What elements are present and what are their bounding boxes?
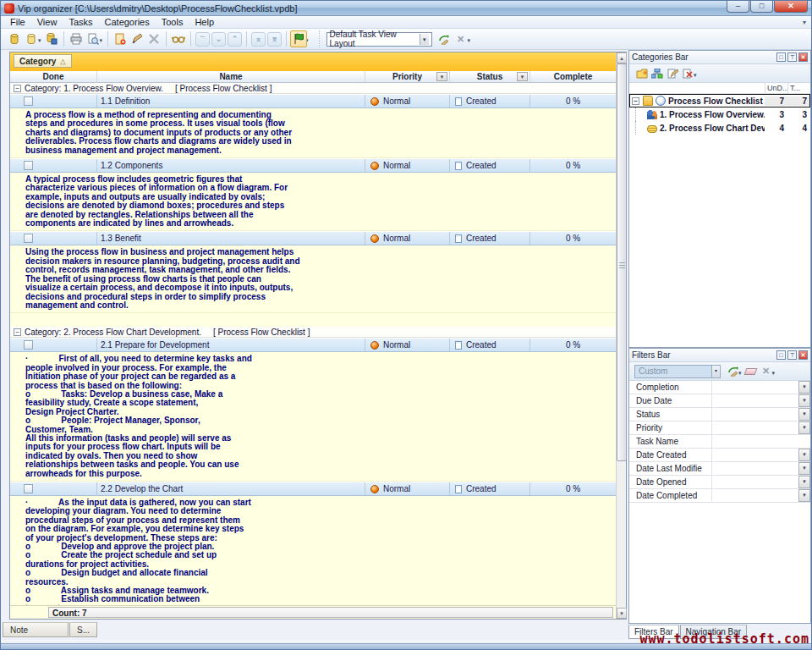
panel-pin-icon[interactable]: ⊤ [787,52,797,62]
task-row[interactable]: 1.2 Components Normal Created 0 % [10,158,616,173]
move-down-icon[interactable]: ⌄ [211,32,226,47]
collapse-icon[interactable]: − [632,97,639,105]
task-row[interactable]: 1.3 Benefit Normal Created 0 % [10,231,616,245]
filter-row[interactable]: Priority ▼ [629,421,810,435]
filter-row[interactable]: Completion ▼ [629,381,810,394]
panel-restore-icon[interactable]: □ [776,52,786,62]
panel-close-icon[interactable]: ✕ [798,350,808,360]
edit-category-icon[interactable] [665,66,680,81]
column-header-name[interactable]: Name [97,71,365,82]
group-by-category-button[interactable]: Category△ [14,54,72,68]
done-checkbox[interactable] [24,96,33,106]
new-subcategory-icon[interactable] [650,66,665,81]
filter-row[interactable]: Date Opened ▼ [629,476,810,489]
filter-row[interactable]: Date Completed ▼ [629,489,810,503]
category-tree-row[interactable]: − Process Flow Checklist 7 7 [629,94,810,107]
highlight-flag-icon[interactable] [290,30,307,47]
view-tasks-icon[interactable] [170,30,187,47]
done-checkbox[interactable] [24,234,33,243]
save-layout-icon[interactable] [436,30,453,47]
new-category-icon[interactable] [634,66,650,81]
category-tree-row[interactable]: − 2. Process Flow Chart Deve 4 4 [629,121,810,135]
menu-tasks[interactable]: Tasks [63,17,98,27]
print-icon[interactable] [68,30,85,47]
erase-filter-icon[interactable] [743,364,759,379]
tree-col-total[interactable]: T... [787,83,810,93]
collapse-icon[interactable]: − [14,85,21,92]
delete-task-icon[interactable] [145,30,162,47]
apply-filter-icon[interactable] [725,364,740,379]
category-tree-row[interactable]: − 1. Process Flow Overview. 3 3 [629,107,810,121]
column-header-complete[interactable]: Complete [530,71,616,82]
column-header-done[interactable]: Done [10,71,97,82]
filter-dropdown-icon[interactable]: ▼ [798,381,810,394]
close-button[interactable]: ✕ [774,1,808,13]
filter-value[interactable] [712,421,798,434]
filter-row[interactable]: Date Last Modifie ▼ [629,462,810,476]
filter-value[interactable] [712,408,798,421]
done-checkbox[interactable] [24,484,33,493]
filter-preset-combo[interactable]: Custom ▾ [634,365,721,378]
panel-pin-icon[interactable]: ⊤ [787,350,797,360]
filter-value[interactable] [712,449,798,461]
move-up-icon[interactable]: ⌃ [228,32,242,47]
menu-file[interactable]: File [4,17,31,27]
task-row[interactable]: 2.2 Develop the Chart Normal Created 0 % [10,482,616,496]
task-row[interactable]: 2.1 Prepare for Development Normal Creat… [10,338,616,352]
filter-value[interactable] [712,394,798,407]
category-group-row[interactable]: − Category: 1. Process Flow Overview. [ … [10,83,616,94]
menu-categories[interactable]: Categories [99,17,156,27]
menu-view[interactable]: View [31,17,63,27]
filter-value[interactable] [712,489,798,502]
new-database-icon[interactable] [6,30,23,47]
tab-s[interactable]: S... [69,622,97,637]
scroll-down-icon[interactable]: ▼ [617,608,627,619]
combo-arrow-icon[interactable]: ▾ [711,366,720,377]
menu-help[interactable]: Help [189,17,220,27]
done-checkbox[interactable] [24,161,33,170]
edit-task-icon[interactable] [129,30,145,47]
filter-dropdown-icon[interactable]: ▼ [798,449,810,461]
menu-tools[interactable]: Tools [156,17,189,27]
move-top-icon[interactable]: ⌆ [267,32,282,47]
column-header-priority[interactable]: Priority ▼ [365,71,450,82]
new-task-icon[interactable] [112,30,129,47]
panel-restore-icon[interactable]: □ [776,350,786,360]
toolbar-overflow-icon[interactable]: ▾ [803,19,806,26]
maximize-button[interactable]: □ [750,1,773,13]
collapse-icon[interactable]: − [14,328,21,336]
delete-category-icon[interactable] [680,66,695,81]
scroll-up-icon[interactable]: ▲ [617,52,627,63]
scrollbar-thumb[interactable] [617,63,627,461]
filter-row[interactable]: Task Name ▼ [629,435,810,449]
filter-dropdown-icon[interactable]: ▼ [798,394,810,407]
category-group-row[interactable]: − Category: 2. Process Flow Chart Develo… [10,327,616,338]
filter-dropdown-icon[interactable]: ▼ [798,462,810,475]
print-preview-icon[interactable] [85,30,102,47]
tab-note[interactable]: Note [3,622,69,637]
move-bottom-icon[interactable]: ⌅ [251,32,266,47]
filter-dropdown-icon[interactable]: ▼ [798,489,810,502]
filter-value[interactable] [712,476,798,488]
filter-value[interactable] [712,435,810,448]
clear-filter-icon[interactable]: ✕ [759,364,774,379]
task-row[interactable]: 1.1 Definition Normal Created 0 % [10,94,616,108]
combo-arrow-icon[interactable]: ▾ [420,34,429,45]
filter-dropdown-icon[interactable]: ▼ [798,476,810,488]
grid-vertical-scrollbar[interactable]: ▲ ▼ [616,52,626,619]
filter-value[interactable] [712,381,798,394]
tree-col-undone[interactable]: UnD... [765,83,787,93]
panel-close-icon[interactable]: ✕ [798,52,808,62]
filter-value[interactable] [712,462,798,475]
filter-dropdown-icon[interactable]: ▼ [798,408,810,421]
open-database-icon[interactable] [23,30,40,47]
column-header-status[interactable]: Status ▼ [450,71,530,82]
filter-row[interactable]: Status ▼ [629,408,810,421]
status-filter-icon[interactable]: ▼ [517,72,528,81]
filter-dropdown-icon[interactable]: ▼ [798,421,810,434]
priority-filter-icon[interactable]: ▼ [436,72,447,81]
minimize-button[interactable]: – [727,1,749,13]
delete-layout-icon[interactable]: ✕ [453,30,469,47]
filter-row[interactable]: Date Created ▼ [629,449,810,462]
move-down-icon[interactable]: ˆˉ [195,32,210,47]
